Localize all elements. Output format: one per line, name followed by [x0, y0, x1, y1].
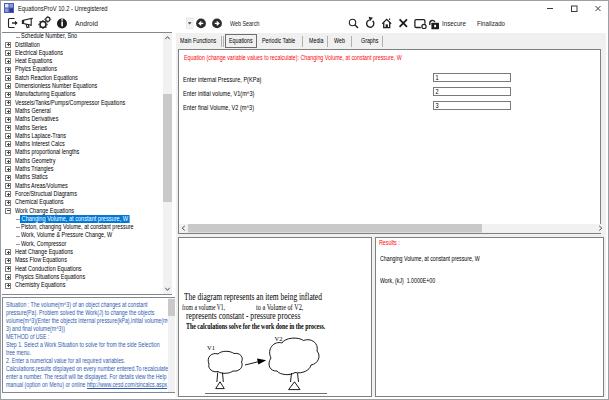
svg-text:V2: V2	[275, 335, 283, 342]
svg-text:V1: V1	[207, 344, 215, 351]
